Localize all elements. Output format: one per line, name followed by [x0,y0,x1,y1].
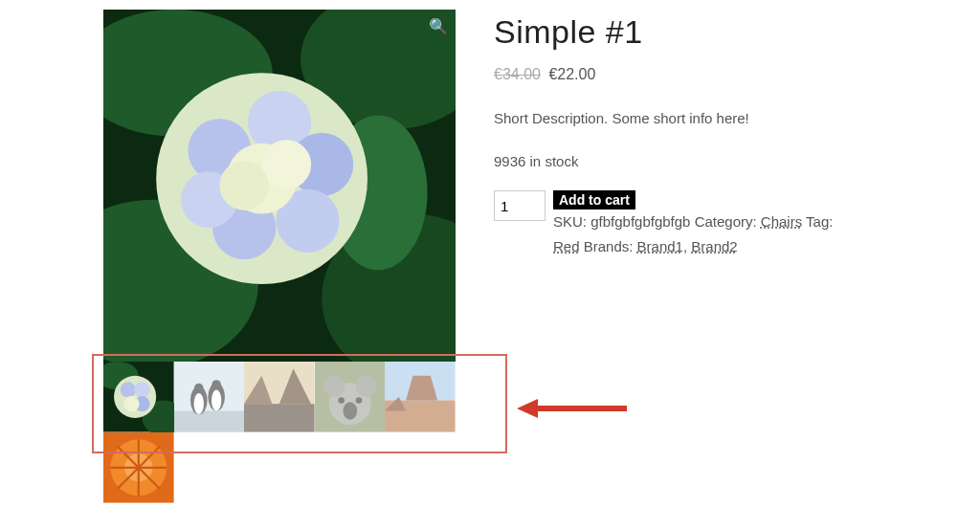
next-product-preview[interactable] [103,432,174,503]
svg-point-14 [262,140,312,189]
thumbnail-sunset-cliff[interactable] [244,362,315,432]
category-label: Category: [695,213,757,230]
product-gallery: 🔍 [103,10,456,432]
sku-value: gfbfgbfgbfgbfgb [590,213,690,230]
product-container: 🔍 Simple # [0,10,980,432]
svg-rect-24 [174,362,245,432]
short-description: Short Description. Some short info here! [494,110,980,126]
zoom-icon[interactable]: 🔍 [429,17,448,35]
brands-label: Brands: [584,238,634,254]
thumbnail-koala[interactable] [315,362,386,432]
main-product-image[interactable]: 🔍 [103,10,456,362]
svg-marker-34 [244,376,272,404]
svg-point-42 [355,397,362,404]
stock-text: 9936 in stock [494,153,980,169]
svg-rect-32 [244,362,315,404]
add-to-cart-row: Add to cart SKU: gfbfgbfgbfgbfgb Categor… [494,190,980,258]
add-to-cart-button[interactable]: Add to cart [553,190,635,209]
svg-point-23 [123,396,139,411]
thumbnail-desert-mesa[interactable] [385,362,456,432]
product-price: €34.00 €22.00 [494,66,980,83]
svg-point-29 [212,389,221,410]
tag-link[interactable]: Red [553,238,580,254]
tag-label: Tag: [806,213,833,230]
svg-point-19 [114,376,156,418]
svg-point-28 [208,383,225,410]
svg-rect-36 [315,362,386,432]
svg-rect-33 [244,404,315,431]
svg-point-40 [343,402,357,419]
svg-point-37 [329,383,371,425]
category-link[interactable]: Chairs [761,213,802,230]
svg-point-41 [338,397,345,404]
product-title: Simple #1 [494,13,980,51]
svg-rect-25 [174,411,245,432]
svg-marker-45 [406,376,437,401]
product-summary: Simple #1 €34.00 €22.00 Short Descriptio… [456,10,980,432]
svg-rect-43 [385,362,456,400]
svg-point-15 [219,161,269,210]
svg-point-38 [323,376,345,397]
product-meta: SKU: gfbfgbfgbfgbfgb Category: Chairs Ta… [553,209,833,258]
svg-point-20 [121,382,136,397]
svg-point-39 [355,376,376,397]
svg-marker-46 [385,397,406,411]
svg-marker-35 [279,368,311,404]
svg-point-27 [193,393,203,414]
thumbnail-strip [103,362,456,432]
svg-rect-44 [385,400,456,431]
svg-point-31 [212,380,221,389]
svg-point-21 [134,382,149,397]
thumbnail-hydrangea[interactable] [103,362,174,432]
brand2-link[interactable]: Brand2 [691,238,737,254]
svg-point-26 [190,386,208,414]
brand1-link[interactable]: Brand1 [637,238,683,254]
svg-point-30 [194,384,204,393]
sku-label: SKU: [553,213,587,230]
thumbnail-penguins[interactable] [174,362,245,432]
quantity-input[interactable] [494,190,546,221]
